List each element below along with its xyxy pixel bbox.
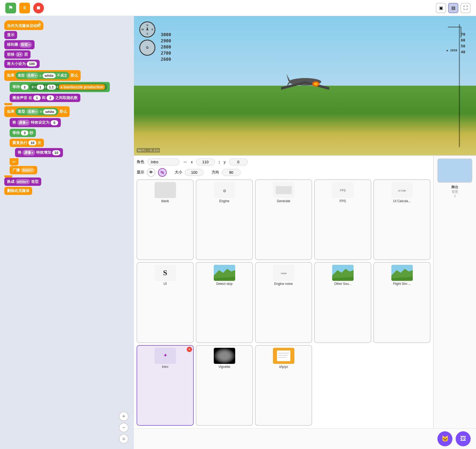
layer-wrap: 前移 1 层 — [4, 50, 31, 60]
playback-controls — [5, 3, 44, 13]
wait2-val[interactable]: 3 — [21, 130, 28, 135]
stage-canvas: N E S W G 3000 29 — [134, 16, 476, 155]
size-input[interactable]: 100 — [27, 61, 37, 66]
costume-item-engine[interactable]: ⚙Engine — [196, 179, 253, 260]
view-fullscreen-button[interactable]: ⛶ — [460, 3, 471, 13]
cond-name-dropdown[interactable]: 名称 — [26, 73, 38, 78]
layer-dropdown[interactable]: 1 — [16, 52, 23, 57]
top-bar: ▣ ▤ ⛶ — [0, 0, 476, 16]
zoom-out-button[interactable]: − — [119, 423, 129, 432]
formula-11[interactable]: 1.1 — [47, 85, 56, 90]
view-code-button[interactable]: ▤ — [448, 3, 458, 13]
ghost-add-block[interactable]: 将 虚像 特效增加 10 — [15, 148, 63, 157]
ghost-add-val[interactable]: 10 — [52, 150, 60, 155]
stop-button[interactable] — [33, 3, 44, 13]
gyro-indicator: G — [139, 40, 155, 56]
costume-name-generate: Generate — [277, 199, 290, 203]
costume-name-ui_calc: UI Calcula... — [393, 199, 411, 203]
ghost-val[interactable]: 0 — [51, 120, 58, 125]
costume-item-ui[interactable]: SUI — [137, 262, 194, 343]
sound-val1[interactable]: 1 — [33, 95, 41, 100]
add-sprite-button[interactable]: 🐱 — [437, 431, 452, 446]
hat-block[interactable]: 当作为克隆体启动时 c — [4, 20, 43, 30]
costume-thumb-ui_calc: UI Calc — [391, 182, 413, 198]
x-input[interactable] — [196, 159, 215, 165]
costume-name-fps: FPS — [340, 199, 346, 203]
altitude-bar: ▶ 2850 — [459, 24, 460, 147]
costume-item-vignette[interactable]: Vignette — [196, 345, 253, 426]
delete-clone-block[interactable]: 删除此克隆体 — [4, 187, 32, 195]
size-value-input[interactable] — [185, 169, 204, 176]
svg-rect-30 — [214, 348, 235, 364]
collapse-icon[interactable]: c — [39, 21, 41, 27]
front-dropdown[interactable]: 前面 — [19, 42, 32, 48]
compass-indicator: N E S W — [139, 21, 155, 37]
costume-delete-button[interactable]: ✕ — [187, 347, 192, 352]
costume-thumb-engine: ⚙ — [214, 182, 235, 198]
costume-item-other_sou[interactable]: Other Sou... — [314, 262, 371, 343]
show-block[interactable]: 显示 — [4, 31, 17, 39]
ghost-dropdown[interactable]: 虚像 — [17, 120, 30, 126]
costume-item-fps[interactable]: FPSFPS — [314, 179, 371, 260]
wait2-block[interactable]: 等待 3 秒 — [10, 129, 36, 137]
play-sound-label: 播放声音 在 — [12, 96, 32, 100]
if-bottom — [4, 103, 12, 105]
eye-visible-button[interactable]: 👁 — [147, 168, 155, 177]
ghost-block[interactable]: 将 虚像 特效设定为 0 — [10, 118, 61, 127]
costume-item-ui_calc[interactable]: UI CalcUI Calcula... — [373, 179, 430, 260]
switch-costume-block[interactable]: 换成 white 造型 — [4, 178, 41, 186]
switch-dropdown[interactable]: white — [16, 179, 30, 184]
repeat-count[interactable]: 10 — [28, 140, 36, 145]
layer-block[interactable]: 前移 1 层 — [4, 50, 31, 59]
alt-2800: 2800 — [161, 44, 171, 50]
zoom-reset-button[interactable]: = — [119, 434, 129, 444]
svg-text:✦: ✦ — [163, 352, 167, 358]
formula-text: a bambozzle production — [59, 84, 105, 90]
costume-item-blank[interactable]: blank — [137, 179, 194, 260]
formula-1[interactable]: 1 — [37, 85, 44, 90]
add-stage-button[interactable]: 🖼 — [456, 431, 471, 446]
cond2-name-dropdown[interactable]: 名称 — [26, 109, 39, 115]
ghost-add-pre: 将 — [18, 150, 21, 155]
costume-item-detect_stop[interactable]: Detect stop — [196, 262, 253, 343]
cond-white-value[interactable]: white — [43, 73, 56, 78]
broadcast-dropdown[interactable]: Start — [21, 168, 35, 173]
visible-row: 显示 👁 大小 方向 — [137, 168, 430, 177]
costume-item-generate[interactable]: Generate — [255, 179, 312, 260]
costume-item-flight_sim[interactable]: Flight Sim ... — [373, 262, 430, 343]
if-white2-block[interactable]: 如果 造型 名称 = white 那么 — [4, 106, 70, 117]
sprite-name-input[interactable] — [147, 159, 179, 165]
costume-item-xhjzyz[interactable]: xhjzyz — [255, 345, 312, 426]
pause-button[interactable] — [19, 3, 30, 13]
eye-hidden-button[interactable] — [158, 168, 167, 177]
move-front-block[interactable]: 移到最 前面 — [4, 40, 35, 49]
costume-name-engine: Engine — [219, 199, 229, 203]
play-sound-block[interactable]: 播放声音 在 1 和 2 之间取随机数 — [10, 94, 80, 102]
loop-arrow-icon: ↩ — [12, 160, 16, 164]
visible-label: 显示 — [137, 170, 144, 175]
broadcast-block[interactable]: 广播 Start — [10, 166, 37, 174]
wait-block[interactable]: 等待 2 # • 1 / 1.1 • a bambozzle productio… — [10, 82, 110, 92]
delete-clone-wrap: 删除此克隆体 — [4, 187, 32, 196]
hud-right: 70 60 50 40 — [461, 32, 465, 56]
wait-val[interactable]: 2 — [21, 85, 28, 90]
repeat-block[interactable]: 重复执行 10 次 — [10, 139, 44, 147]
ghost-add-dropdown[interactable]: 虚像 — [23, 150, 35, 156]
sound-val2[interactable]: 2 — [47, 95, 54, 100]
costume-item-intro[interactable]: ✕✦Intro — [137, 345, 194, 426]
y-input[interactable] — [229, 159, 248, 165]
if-condition: 造型 名称 = white 不成立 — [16, 72, 69, 79]
cond2-white-value[interactable]: white — [43, 109, 56, 114]
direction-input[interactable] — [222, 169, 241, 176]
zoom-in-button[interactable]: + — [119, 412, 129, 421]
view-split-button[interactable]: ▣ — [436, 3, 446, 13]
costume-item-engine_noise[interactable]: noiseEngine noise — [255, 262, 312, 343]
gyro-label: G — [146, 46, 148, 50]
svg-line-8 — [161, 171, 164, 174]
green-flag-button[interactable] — [5, 3, 16, 13]
size-block[interactable]: 将大小设为 100 — [4, 60, 40, 68]
x-arrow-icon: ↔ — [183, 159, 188, 165]
right-60: 60 — [461, 38, 465, 42]
if-white-block[interactable]: 如果 造型 名称 = white 不成立 那么 — [4, 70, 81, 81]
repeat-label: 重复执行 — [12, 141, 27, 145]
